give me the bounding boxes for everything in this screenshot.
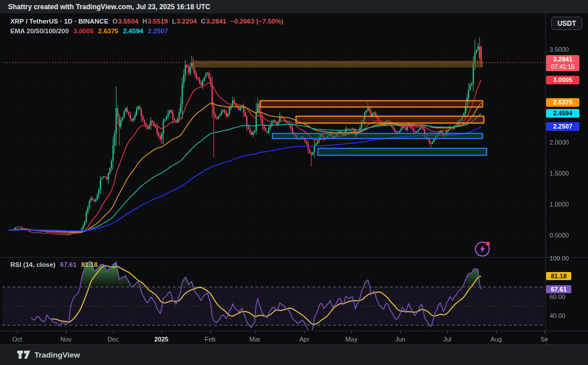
rsi-axis-tick: 60.00 <box>550 293 566 300</box>
ohlc-field-label: O <box>113 18 118 25</box>
ema-value: 2.2507 <box>148 28 168 34</box>
time-axis-label: Dec <box>107 336 119 343</box>
ohlc-field-value: 3.2204 <box>177 18 197 25</box>
tradingview-logo-icon <box>17 351 30 359</box>
ohlc-field-value: 3.2841 <box>206 18 226 25</box>
price-axis-tick: 1.0000 <box>550 201 569 208</box>
time-axis-label: Jun <box>395 336 405 343</box>
time-axis-label: 2025 <box>154 336 168 343</box>
rsi-legend: RSI (14, close)67.6181.18 <box>10 261 98 268</box>
rsi-value: 81.18 <box>81 261 98 268</box>
ema-value: 3.0005 <box>74 28 94 34</box>
ohlc-field-label: H <box>142 18 147 25</box>
price-axis-label: 2.6375 <box>546 98 579 107</box>
ohlc-values: O3.5504H3.5519L3.2204C3.2841 <box>109 18 226 25</box>
price-axis-tick: 3.5000 <box>550 46 569 53</box>
time-axis-label: May <box>346 336 358 343</box>
symbol-legend: XRP / TetherUS · 1D · BINANCEO3.5504H3.5… <box>10 18 283 25</box>
rsi-legend-label: RSI (14, close) <box>10 261 56 268</box>
ohlc-field-value: 3.5504 <box>118 18 138 25</box>
footer-bar: TradingView <box>0 344 588 365</box>
price-axis-tick: 0.5000 <box>550 232 569 239</box>
ema-value: 2.6375 <box>98 28 118 34</box>
countdown-timer: 07:41:15 <box>546 63 579 71</box>
symbol-title: XRP / TetherUS · 1D · BINANCE <box>10 18 109 25</box>
time-axis-label: Mar <box>250 336 261 343</box>
change-value: −0.2663 (−7.50%) <box>230 18 283 25</box>
rsi-values: 67.6181.18 <box>56 261 98 268</box>
rsi-axis-label: 81.18 <box>546 272 571 280</box>
time-axis-label: Aug <box>490 336 502 343</box>
time-axis-label: Jul <box>443 336 451 343</box>
tradingview-brand-label[interactable]: TradingView <box>34 351 80 359</box>
price-axis-tick: 2.0000 <box>550 139 569 146</box>
chart-canvas[interactable] <box>0 14 588 344</box>
price-axis-tick: 1.5000 <box>550 170 569 177</box>
rsi-axis-tick: 100.00 <box>550 255 569 262</box>
currency-toggle-label: USDT <box>558 20 577 28</box>
boost-flash-icon[interactable] <box>475 242 490 257</box>
lightning-bolt-icon <box>479 245 486 253</box>
rsi-axis-label: 67.61 <box>546 285 571 293</box>
price-axis-label: 3.0005 <box>546 76 579 84</box>
time-axis-label: Se <box>540 336 548 343</box>
time-axis-label: Nov <box>60 336 72 343</box>
notification-dot <box>486 242 490 246</box>
ohlc-field-label: L <box>172 18 176 25</box>
ema-values: 3.00052.63752.45942.2507 <box>69 28 168 34</box>
tradingview-screen: Shattry created with TradingView.com, Ju… <box>0 0 588 365</box>
price-axis-label: 3.284107:41:15 <box>546 55 579 71</box>
rsi-axis-tick: 40.00 <box>550 312 566 319</box>
ema-legend: EMA 20/50/100/2003.00052.63752.45942.250… <box>10 28 168 34</box>
rsi-value: 67.61 <box>60 261 77 268</box>
status-bar-text: Shattry created with TradingView.com, Ju… <box>8 3 210 11</box>
time-axis-label: Feb <box>205 336 216 343</box>
time-axis-label: Oct <box>12 336 22 343</box>
ohlc-field-label: C <box>201 18 206 25</box>
ohlc-field-value: 3.5519 <box>148 18 168 25</box>
price-axis-label: 2.2507 <box>546 122 579 131</box>
ema-value: 2.4594 <box>123 28 143 34</box>
ema-legend-label: EMA 20/50/100/200 <box>10 28 69 34</box>
currency-toggle-button[interactable]: USDT <box>551 17 582 30</box>
price-axis-label: 2.4594 <box>546 109 579 118</box>
time-axis-label: Apr <box>299 336 309 343</box>
status-bar: Shattry created with TradingView.com, Ju… <box>0 0 588 14</box>
